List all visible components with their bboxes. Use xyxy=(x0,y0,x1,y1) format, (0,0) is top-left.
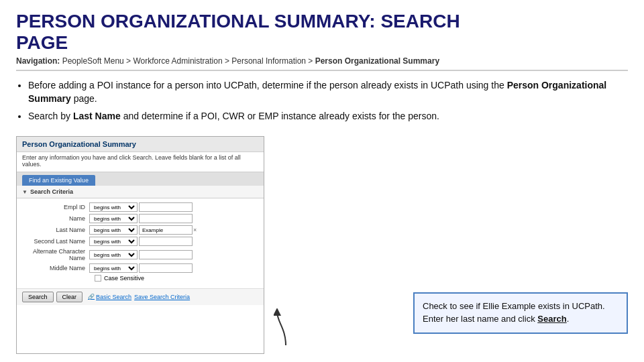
nav-label: Navigation: xyxy=(16,56,60,66)
arrow-icon xyxy=(274,308,298,349)
ps-clear-button[interactable]: Clear xyxy=(56,292,83,302)
page-container: PERSON ORGANIZATIONAL SUMMARY: SEARCH PA… xyxy=(0,0,644,362)
ps-checkbox-row: Case Sensitive xyxy=(22,275,258,282)
ps-screenshot: Person Organizational Summary Enter any … xyxy=(16,136,264,354)
ps-form-subtitle: Enter any information you have and click… xyxy=(17,152,264,172)
ps-basic-search-link[interactable]: 🔗 Basic Search xyxy=(88,294,131,300)
ps-input-lastname-wrapper: × xyxy=(138,225,197,235)
page-title: PERSON ORGANIZATIONAL SUMMARY: SEARCH PA… xyxy=(16,11,628,54)
ps-label-middle-name: Middle Name xyxy=(22,265,89,272)
ps-case-sensitive-label: Case Sensitive xyxy=(104,275,144,282)
callout-box: Check to see if Ellie Example exists in … xyxy=(413,292,628,334)
bullet-list: Before adding a POI instance for a perso… xyxy=(16,79,628,127)
nav-bold-end: Person Organizational Summary xyxy=(315,56,439,66)
ps-label-alt-name: Alternate Character Name xyxy=(22,248,89,261)
arrow-container xyxy=(272,136,299,354)
ps-label-name: Name xyxy=(22,215,89,222)
ps-dropdown-emplid[interactable]: begins with xyxy=(89,202,138,212)
ps-case-sensitive-checkbox[interactable] xyxy=(95,275,101,282)
ps-input-middle-name[interactable] xyxy=(139,263,193,273)
ps-save-search-link[interactable]: Save Search Criteria xyxy=(134,294,190,300)
ps-input-clear-icon[interactable]: × xyxy=(193,227,197,233)
bullet-item-1: Before adding a POI instance for a perso… xyxy=(28,79,628,105)
ps-label-lastname: Last Name xyxy=(22,227,89,233)
ps-dropdown-alt-name[interactable]: begins with xyxy=(89,250,138,259)
ps-button-row: Search Clear 🔗 Basic Search Save Search … xyxy=(17,288,264,305)
navigation-bar: Navigation: PeopleSoft Menu > Workforce … xyxy=(16,56,628,71)
ps-row-second-lastname: Second Last Name begins with xyxy=(22,237,258,246)
ps-label-second-lastname: Second Last Name xyxy=(22,238,89,245)
ps-row-alt-name: Alternate Character Name begins with xyxy=(22,248,258,261)
ps-link-save-wrapper: Save Search Criteria xyxy=(134,294,190,300)
ps-input-lastname[interactable] xyxy=(139,225,193,235)
ps-search-criteria-header: Search Criteria xyxy=(17,186,264,198)
ps-row-middle-name: Middle Name begins with xyxy=(22,263,258,273)
right-section: Check to see if Ellie Example exists in … xyxy=(307,136,628,354)
nav-path: PeopleSoft Menu > Workforce Administrati… xyxy=(62,56,315,66)
ps-tab-find[interactable]: Find an Existing Value xyxy=(22,175,95,186)
ps-dropdown-middle-name[interactable]: begins with xyxy=(89,263,138,273)
ps-dropdown-lastname[interactable]: begins with xyxy=(89,225,138,235)
ps-input-name[interactable] xyxy=(139,214,193,223)
ps-search-button[interactable]: Search xyxy=(22,292,54,302)
ps-row-emplid: Empl ID begins with xyxy=(22,202,258,212)
ps-label-emplid: Empl ID xyxy=(22,204,89,210)
ps-link-basic-wrapper: 🔗 Basic Search xyxy=(88,294,131,300)
ps-input-alt-name[interactable] xyxy=(139,250,193,259)
bullet-item-2: Search by Last Name and determine if a P… xyxy=(28,110,628,123)
ps-row-name: Name begins with xyxy=(22,214,258,223)
content-area: Person Organizational Summary Enter any … xyxy=(16,136,628,354)
ps-dropdown-second-lastname[interactable]: begins with xyxy=(89,237,138,246)
ps-form-title: Person Organizational Summary xyxy=(17,137,264,152)
ps-dropdown-name[interactable]: begins with xyxy=(89,214,138,223)
ps-form-body: Empl ID begins with Name begins with Las… xyxy=(17,198,264,288)
ps-input-second-lastname[interactable] xyxy=(139,237,193,246)
ps-input-emplid[interactable] xyxy=(139,202,193,212)
ps-tab-bar: Find an Existing Value xyxy=(17,172,264,186)
ps-link-icon: 🔗 xyxy=(88,294,95,300)
ps-row-lastname: Last Name begins with × xyxy=(22,225,258,235)
